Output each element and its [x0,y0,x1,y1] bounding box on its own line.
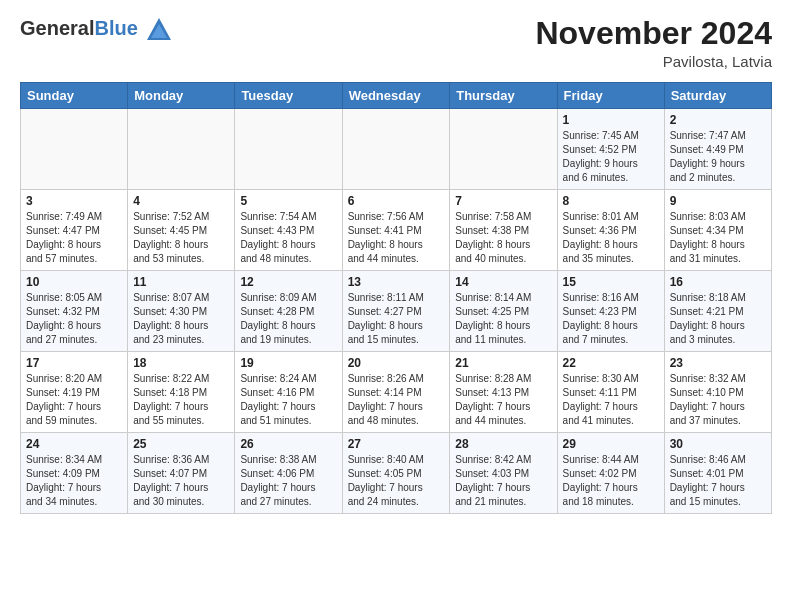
day-info: Sunrise: 8:38 AM Sunset: 4:06 PM Dayligh… [240,454,316,507]
day-info: Sunrise: 8:32 AM Sunset: 4:10 PM Dayligh… [670,373,746,426]
day-cell: 15Sunrise: 8:16 AM Sunset: 4:23 PM Dayli… [557,271,664,352]
day-number: 21 [455,356,551,370]
day-info: Sunrise: 8:44 AM Sunset: 4:02 PM Dayligh… [563,454,639,507]
day-number: 7 [455,194,551,208]
day-cell: 22Sunrise: 8:30 AM Sunset: 4:11 PM Dayli… [557,352,664,433]
day-cell: 10Sunrise: 8:05 AM Sunset: 4:32 PM Dayli… [21,271,128,352]
day-number: 14 [455,275,551,289]
calendar-body: 1Sunrise: 7:45 AM Sunset: 4:52 PM Daylig… [21,109,772,514]
day-cell: 14Sunrise: 8:14 AM Sunset: 4:25 PM Dayli… [450,271,557,352]
day-number: 23 [670,356,766,370]
day-info: Sunrise: 8:28 AM Sunset: 4:13 PM Dayligh… [455,373,531,426]
col-monday: Monday [128,83,235,109]
day-info: Sunrise: 8:01 AM Sunset: 4:36 PM Dayligh… [563,211,639,264]
day-cell [21,109,128,190]
day-info: Sunrise: 8:42 AM Sunset: 4:03 PM Dayligh… [455,454,531,507]
day-info: Sunrise: 8:40 AM Sunset: 4:05 PM Dayligh… [348,454,424,507]
day-cell: 28Sunrise: 8:42 AM Sunset: 4:03 PM Dayli… [450,433,557,514]
day-number: 16 [670,275,766,289]
day-number: 27 [348,437,445,451]
calendar-header: Sunday Monday Tuesday Wednesday Thursday… [21,83,772,109]
page-container: GeneralBlue November 2024 Pavilosta, Lat… [0,0,792,526]
day-cell: 20Sunrise: 8:26 AM Sunset: 4:14 PM Dayli… [342,352,450,433]
day-cell [128,109,235,190]
location-text: Pavilosta, Latvia [535,53,772,70]
day-number: 19 [240,356,336,370]
calendar-table: Sunday Monday Tuesday Wednesday Thursday… [20,82,772,514]
day-number: 11 [133,275,229,289]
day-cell [235,109,342,190]
day-number: 17 [26,356,122,370]
day-number: 20 [348,356,445,370]
day-cell: 25Sunrise: 8:36 AM Sunset: 4:07 PM Dayli… [128,433,235,514]
day-info: Sunrise: 8:03 AM Sunset: 4:34 PM Dayligh… [670,211,746,264]
week-row-4: 17Sunrise: 8:20 AM Sunset: 4:19 PM Dayli… [21,352,772,433]
day-cell: 2Sunrise: 7:47 AM Sunset: 4:49 PM Daylig… [664,109,771,190]
day-info: Sunrise: 7:58 AM Sunset: 4:38 PM Dayligh… [455,211,531,264]
day-info: Sunrise: 8:20 AM Sunset: 4:19 PM Dayligh… [26,373,102,426]
day-number: 9 [670,194,766,208]
day-number: 24 [26,437,122,451]
day-number: 13 [348,275,445,289]
day-info: Sunrise: 8:34 AM Sunset: 4:09 PM Dayligh… [26,454,102,507]
day-info: Sunrise: 8:36 AM Sunset: 4:07 PM Dayligh… [133,454,209,507]
day-info: Sunrise: 8:22 AM Sunset: 4:18 PM Dayligh… [133,373,209,426]
col-friday: Friday [557,83,664,109]
day-number: 29 [563,437,659,451]
day-cell [450,109,557,190]
day-number: 15 [563,275,659,289]
day-cell [342,109,450,190]
day-number: 1 [563,113,659,127]
day-number: 18 [133,356,229,370]
day-cell: 18Sunrise: 8:22 AM Sunset: 4:18 PM Dayli… [128,352,235,433]
day-cell: 24Sunrise: 8:34 AM Sunset: 4:09 PM Dayli… [21,433,128,514]
day-info: Sunrise: 7:54 AM Sunset: 4:43 PM Dayligh… [240,211,316,264]
day-cell: 17Sunrise: 8:20 AM Sunset: 4:19 PM Dayli… [21,352,128,433]
logo-icon [145,16,173,44]
day-cell: 8Sunrise: 8:01 AM Sunset: 4:36 PM Daylig… [557,190,664,271]
day-cell: 9Sunrise: 8:03 AM Sunset: 4:34 PM Daylig… [664,190,771,271]
logo-general-text: General [20,17,94,39]
day-cell: 27Sunrise: 8:40 AM Sunset: 4:05 PM Dayli… [342,433,450,514]
day-cell: 6Sunrise: 7:56 AM Sunset: 4:41 PM Daylig… [342,190,450,271]
day-number: 3 [26,194,122,208]
day-cell: 23Sunrise: 8:32 AM Sunset: 4:10 PM Dayli… [664,352,771,433]
logo-blue-text: Blue [94,17,137,39]
day-info: Sunrise: 8:09 AM Sunset: 4:28 PM Dayligh… [240,292,316,345]
day-number: 2 [670,113,766,127]
day-number: 10 [26,275,122,289]
day-cell: 29Sunrise: 8:44 AM Sunset: 4:02 PM Dayli… [557,433,664,514]
day-info: Sunrise: 8:26 AM Sunset: 4:14 PM Dayligh… [348,373,424,426]
day-cell: 21Sunrise: 8:28 AM Sunset: 4:13 PM Dayli… [450,352,557,433]
day-info: Sunrise: 8:46 AM Sunset: 4:01 PM Dayligh… [670,454,746,507]
day-cell: 11Sunrise: 8:07 AM Sunset: 4:30 PM Dayli… [128,271,235,352]
day-info: Sunrise: 7:52 AM Sunset: 4:45 PM Dayligh… [133,211,209,264]
days-of-week-row: Sunday Monday Tuesday Wednesday Thursday… [21,83,772,109]
day-number: 30 [670,437,766,451]
page-header: GeneralBlue November 2024 Pavilosta, Lat… [20,16,772,70]
day-number: 22 [563,356,659,370]
col-sunday: Sunday [21,83,128,109]
day-info: Sunrise: 8:18 AM Sunset: 4:21 PM Dayligh… [670,292,746,345]
day-info: Sunrise: 8:14 AM Sunset: 4:25 PM Dayligh… [455,292,531,345]
day-cell: 12Sunrise: 8:09 AM Sunset: 4:28 PM Dayli… [235,271,342,352]
day-info: Sunrise: 8:07 AM Sunset: 4:30 PM Dayligh… [133,292,209,345]
col-tuesday: Tuesday [235,83,342,109]
day-cell: 1Sunrise: 7:45 AM Sunset: 4:52 PM Daylig… [557,109,664,190]
day-info: Sunrise: 7:49 AM Sunset: 4:47 PM Dayligh… [26,211,102,264]
day-info: Sunrise: 8:05 AM Sunset: 4:32 PM Dayligh… [26,292,102,345]
col-saturday: Saturday [664,83,771,109]
day-cell: 30Sunrise: 8:46 AM Sunset: 4:01 PM Dayli… [664,433,771,514]
day-info: Sunrise: 7:45 AM Sunset: 4:52 PM Dayligh… [563,130,639,183]
col-thursday: Thursday [450,83,557,109]
day-number: 4 [133,194,229,208]
week-row-5: 24Sunrise: 8:34 AM Sunset: 4:09 PM Dayli… [21,433,772,514]
day-cell: 4Sunrise: 7:52 AM Sunset: 4:45 PM Daylig… [128,190,235,271]
day-info: Sunrise: 7:56 AM Sunset: 4:41 PM Dayligh… [348,211,424,264]
day-cell: 3Sunrise: 7:49 AM Sunset: 4:47 PM Daylig… [21,190,128,271]
day-info: Sunrise: 8:30 AM Sunset: 4:11 PM Dayligh… [563,373,639,426]
day-info: Sunrise: 7:47 AM Sunset: 4:49 PM Dayligh… [670,130,746,183]
logo: GeneralBlue [20,16,173,44]
day-number: 5 [240,194,336,208]
day-cell: 26Sunrise: 8:38 AM Sunset: 4:06 PM Dayli… [235,433,342,514]
